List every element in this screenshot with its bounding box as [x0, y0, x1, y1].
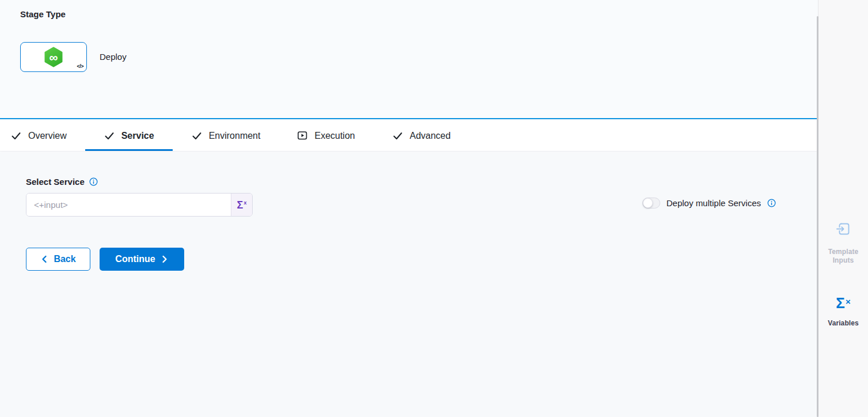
deploy-stage-card[interactable]: ∞ </> [20, 42, 87, 72]
stage-type-section: Stage Type ∞ </> [0, 0, 818, 119]
select-service-label: Select Service [26, 177, 85, 187]
template-inputs-button[interactable]: Template Inputs [818, 221, 868, 265]
deploy-multiple-services-label: Deploy multiple Services [667, 198, 761, 208]
deploy-multiple-services-row: Deploy multiple Services [642, 198, 776, 208]
tab-label: Execution [314, 131, 355, 141]
check-icon [392, 130, 403, 142]
select-service-label-row: Select Service [26, 177, 98, 187]
select-service-input-group: Σ x [26, 193, 253, 217]
continue-label: Continue [115, 254, 155, 264]
infinity-glyph: ∞ [43, 46, 64, 68]
check-icon [191, 130, 203, 142]
tab-execution[interactable]: Execution [279, 120, 373, 151]
info-icon[interactable] [767, 199, 776, 207]
sigma-x-icon: Σ× [818, 294, 868, 310]
stage-card-label: Deploy [100, 52, 127, 62]
scrollbar-thumb[interactable] [817, 16, 818, 417]
back-button[interactable]: Back [26, 248, 90, 271]
continue-button[interactable]: Continue [100, 248, 184, 271]
stage-type-heading: Stage Type [20, 9, 66, 19]
template-inputs-icon [836, 221, 851, 237]
tab-overview[interactable]: Overview [10, 120, 85, 151]
footer-actions: Back Continue [26, 248, 184, 271]
tab-advanced[interactable]: Advanced [374, 120, 469, 151]
check-icon [104, 130, 115, 142]
select-service-input[interactable] [26, 194, 231, 216]
toggle-knob [643, 198, 653, 208]
tab-label: Advanced [410, 131, 451, 141]
tab-label: Environment [209, 131, 261, 141]
stage-tabbar: Overview Service Environment Exec [0, 120, 818, 151]
variables-label: Variables [818, 319, 868, 328]
code-brackets-icon: </> [77, 63, 83, 69]
tab-service[interactable]: Service [85, 120, 173, 151]
back-label: Back [54, 254, 75, 264]
execution-play-icon [297, 130, 308, 141]
cd-hexagon-infinity-icon: ∞ [43, 46, 64, 68]
chevron-right-icon [161, 255, 169, 264]
runtime-input-sigma-button[interactable]: Σ x [231, 194, 252, 216]
check-icon [10, 130, 22, 142]
info-icon[interactable] [89, 177, 98, 186]
main-column: Stage Type ∞ </> [0, 0, 818, 417]
deploy-multiple-services-toggle[interactable] [642, 198, 660, 208]
tab-label: Overview [28, 131, 67, 141]
template-inputs-label: Template Inputs [818, 248, 868, 265]
stage-configuration-page: Stage Type ∞ </> [0, 0, 868, 417]
tab-label: Service [121, 131, 154, 141]
sigma-icon: Σ [237, 200, 243, 210]
right-rail: Template Inputs Σ× Variables [818, 0, 868, 417]
service-tab-panel: Select Service Σ x [0, 152, 818, 417]
tab-environment[interactable]: Environment [173, 120, 279, 151]
chevron-left-icon [40, 255, 48, 264]
variables-button[interactable]: Σ× Variables [818, 294, 868, 328]
